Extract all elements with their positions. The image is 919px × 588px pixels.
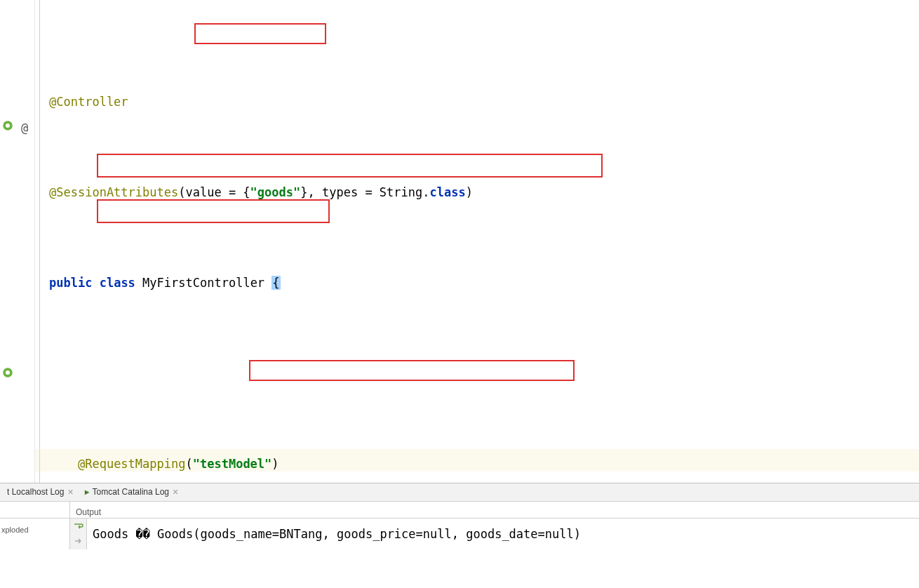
gutter: @ bbox=[0, 0, 35, 483]
at-symbol-icon: @ bbox=[21, 116, 35, 131]
output-header: Output bbox=[0, 502, 919, 519]
highlight-box bbox=[194, 23, 326, 44]
tab-localhost-log[interactable]: t Localhost Log × bbox=[1, 481, 79, 503]
bottom-panel: t Localhost Log × ▸ Tomcat Catalina Log … bbox=[0, 483, 919, 549]
code-line: @Controller bbox=[49, 91, 919, 113]
close-icon[interactable]: × bbox=[173, 483, 178, 502]
tomcat-icon: ▸ bbox=[85, 484, 89, 500]
output-body: xploded Goods �� Goods(goods_name=BNTang… bbox=[0, 519, 919, 549]
output-title: Output bbox=[70, 502, 919, 519]
code-line: @RequestMapping("testModel") bbox=[49, 453, 919, 475]
code-line: public class MyFirstController { bbox=[49, 272, 919, 294]
code-line bbox=[49, 362, 919, 385]
console-output[interactable]: Goods �� Goods(goods_name=BNTang, goods_… bbox=[87, 519, 919, 549]
tab-label-suffix: t Localhost Log bbox=[7, 484, 64, 500]
side-panel bbox=[0, 502, 70, 519]
tab-label: Tomcat Catalina Log bbox=[93, 484, 169, 500]
output-toolbar bbox=[70, 519, 87, 549]
deployment-label: xploded bbox=[0, 519, 70, 549]
code-editor[interactable]: @ @Controller @SessionAttributes(value =… bbox=[0, 0, 919, 483]
close-icon[interactable]: × bbox=[67, 483, 73, 502]
caret-match-highlight: { bbox=[271, 276, 280, 290]
soft-wrap-icon[interactable] bbox=[73, 521, 84, 533]
spring-bean-icon[interactable] bbox=[1, 363, 15, 377]
scroll-to-end-icon[interactable] bbox=[73, 535, 84, 547]
highlight-box bbox=[97, 154, 603, 178]
spring-bean-icon[interactable] bbox=[1, 116, 15, 131]
tab-catalina-log[interactable]: ▸ Tomcat Catalina Log × bbox=[79, 481, 185, 503]
code-area[interactable]: @Controller @SessionAttributes(value = {… bbox=[35, 0, 919, 483]
code-line: @SessionAttributes(value = {"goods"}, ty… bbox=[49, 181, 919, 203]
tool-window-tabs[interactable]: t Localhost Log × ▸ Tomcat Catalina Log … bbox=[0, 483, 919, 502]
